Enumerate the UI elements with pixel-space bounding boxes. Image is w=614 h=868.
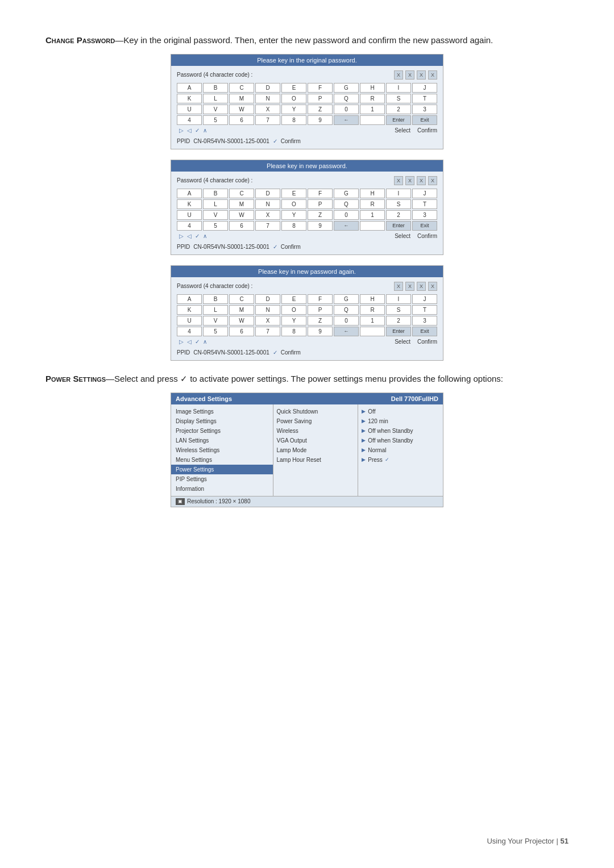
key[interactable]: 9	[308, 327, 333, 336]
key[interactable]: 0	[334, 210, 359, 220]
key[interactable]: 2	[386, 316, 411, 326]
key[interactable]: J	[412, 83, 437, 93]
key[interactable]: K	[177, 305, 202, 315]
key[interactable]: T	[412, 199, 437, 209]
key[interactable]: 2	[386, 210, 411, 220]
key[interactable]: B	[203, 83, 228, 93]
exit-key[interactable]: Exit	[412, 221, 437, 231]
nav-left[interactable]: ◁	[187, 127, 192, 133]
menu-item-power-settings[interactable]: Power Settings	[171, 465, 273, 474]
key[interactable]: 8	[281, 327, 306, 336]
key[interactable]: 1	[360, 105, 385, 114]
key[interactable]: V	[203, 316, 228, 326]
key[interactable]: 2	[386, 105, 411, 114]
key[interactable]: R	[360, 305, 385, 315]
key[interactable]: C	[229, 83, 254, 93]
key[interactable]: Y	[281, 210, 306, 220]
key[interactable]: 9	[308, 221, 333, 231]
key[interactable]: R	[360, 199, 385, 209]
key[interactable]: 8	[281, 221, 306, 231]
key[interactable]: O	[281, 305, 306, 315]
menu-center-lamp-hour-reset[interactable]: Lamp Hour Reset	[273, 455, 358, 465]
menu-item-wireless-settings[interactable]: Wireless Settings	[171, 445, 273, 455]
key[interactable]: 7	[255, 115, 280, 125]
key[interactable]: N	[255, 94, 280, 103]
menu-center-lamp-mode[interactable]: Lamp Mode	[273, 445, 358, 455]
key[interactable]: V	[203, 210, 228, 220]
nav-check[interactable]: ✓	[195, 339, 200, 345]
key[interactable]: Q	[334, 305, 359, 315]
key[interactable]: S	[386, 94, 411, 103]
nav-right[interactable]: ▷	[179, 233, 184, 239]
key[interactable]: H	[360, 83, 385, 93]
nav-check[interactable]: ✓	[195, 233, 200, 239]
key[interactable]: O	[281, 94, 306, 103]
key[interactable]: 4	[177, 221, 202, 231]
menu-item-pip-settings[interactable]: PIP Settings	[171, 474, 273, 484]
nav-left[interactable]: ◁	[187, 233, 192, 239]
key[interactable]: D	[255, 294, 280, 304]
key[interactable]: 8	[281, 115, 306, 125]
key[interactable]: M	[229, 199, 254, 209]
key[interactable]: L	[203, 199, 228, 209]
menu-center-wireless[interactable]: Wireless	[273, 426, 358, 436]
key[interactable]: O	[281, 199, 306, 209]
menu-item-display-settings[interactable]: Display Settings	[171, 416, 273, 426]
key[interactable]: 6	[229, 115, 254, 125]
key[interactable]: 0	[334, 316, 359, 326]
key[interactable]: T	[412, 305, 437, 315]
key[interactable]: E	[281, 83, 306, 93]
key[interactable]: W	[229, 316, 254, 326]
key[interactable]: C	[229, 189, 254, 198]
key[interactable]: 3	[412, 316, 437, 326]
key[interactable]: I	[386, 294, 411, 304]
key[interactable]: U	[177, 105, 202, 114]
key[interactable]: 5	[203, 327, 228, 336]
key[interactable]: 6	[229, 221, 254, 231]
key[interactable]: W	[229, 210, 254, 220]
key[interactable]: 4	[177, 115, 202, 125]
key[interactable]: J	[412, 189, 437, 198]
menu-center-power-saving[interactable]: Power Saving	[273, 416, 358, 426]
key[interactable]: F	[308, 83, 333, 93]
key[interactable]: F	[308, 294, 333, 304]
key[interactable]: 5	[203, 221, 228, 231]
key[interactable]: N	[255, 199, 280, 209]
nav-up[interactable]: ∧	[203, 233, 207, 239]
menu-center-vga-output[interactable]: VGA Output	[273, 436, 358, 445]
key[interactable]: K	[177, 94, 202, 103]
nav-right[interactable]: ▷	[179, 339, 184, 345]
key[interactable]: A	[177, 294, 202, 304]
key[interactable]: Y	[281, 316, 306, 326]
nav-right[interactable]: ▷	[179, 127, 184, 133]
key[interactable]: 5	[203, 115, 228, 125]
key[interactable]: U	[177, 316, 202, 326]
enter-key[interactable]: Enter	[386, 327, 411, 336]
key[interactable]: 9	[308, 115, 333, 125]
menu-item-lan-settings[interactable]: LAN Settings	[171, 436, 273, 445]
key[interactable]: D	[255, 83, 280, 93]
key[interactable]: V	[203, 105, 228, 114]
exit-key[interactable]: Exit	[412, 327, 437, 336]
key[interactable]: X	[255, 105, 280, 114]
key[interactable]: G	[334, 83, 359, 93]
menu-item-image-settings[interactable]: Image Settings	[171, 407, 273, 416]
key[interactable]: 3	[412, 210, 437, 220]
key[interactable]: Z	[308, 210, 333, 220]
key[interactable]: P	[308, 305, 333, 315]
key[interactable]: G	[334, 294, 359, 304]
key[interactable]: Y	[281, 105, 306, 114]
enter-key[interactable]: Enter	[386, 115, 411, 125]
menu-center-quick-shutdown[interactable]: Quick Shutdown	[273, 407, 358, 416]
key[interactable]: Z	[308, 316, 333, 326]
key[interactable]: T	[412, 94, 437, 103]
key[interactable]: S	[386, 305, 411, 315]
backspace-key[interactable]: ←	[334, 115, 359, 125]
key[interactable]: Q	[334, 94, 359, 103]
backspace-key[interactable]: ←	[334, 221, 359, 231]
key[interactable]: F	[308, 189, 333, 198]
key[interactable]: C	[229, 294, 254, 304]
key[interactable]: U	[177, 210, 202, 220]
key[interactable]: D	[255, 189, 280, 198]
key[interactable]: L	[203, 94, 228, 103]
